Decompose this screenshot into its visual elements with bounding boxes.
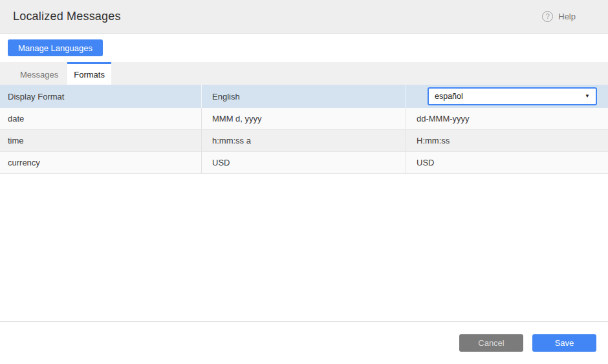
table-row: time h:mm:ss a H:mm:ss <box>0 130 608 152</box>
chevron-down-icon: ▼ <box>585 94 590 99</box>
footer-action-bar: Cancel Save <box>0 321 608 352</box>
localized-format-cell: H:mm:ss <box>406 130 608 151</box>
format-name-cell: currency <box>0 152 201 173</box>
column-header-display-format: Display Format <box>0 85 201 108</box>
manage-languages-button[interactable]: Manage Languages <box>8 39 103 56</box>
tab-messages[interactable]: Messages <box>11 62 67 85</box>
format-name-cell: date <box>0 108 201 129</box>
column-header-language: español ▼ <box>406 85 608 108</box>
help-link[interactable]: ? Help <box>542 11 576 22</box>
help-label: Help <box>558 12 576 21</box>
english-format-cell: h:mm:ss a <box>201 130 406 151</box>
table-row: currency USD USD <box>0 152 608 174</box>
table-header-row: Display Format English español ▼ <box>0 85 608 108</box>
save-button[interactable]: Save <box>532 334 596 352</box>
column-header-english: English <box>201 85 406 108</box>
format-name-cell: time <box>0 130 201 151</box>
tab-bar: Messages Formats <box>0 62 608 85</box>
help-icon[interactable]: ? <box>542 11 553 22</box>
page-title: Localized Messages <box>13 10 121 23</box>
formats-table: Display Format English español ▼ date MM… <box>0 85 608 174</box>
tab-formats[interactable]: Formats <box>67 62 111 85</box>
toolbar: Manage Languages <box>0 34 608 62</box>
cancel-button[interactable]: Cancel <box>459 334 523 352</box>
english-format-cell: MMM d, yyyy <box>201 108 406 129</box>
localized-format-cell: USD <box>406 152 608 173</box>
table-row: date MMM d, yyyy dd-MMM-yyyy <box>0 108 608 130</box>
language-select-value: español <box>435 92 463 101</box>
localized-format-cell: dd-MMM-yyyy <box>406 108 608 129</box>
page-header: Localized Messages ? Help <box>0 0 608 34</box>
language-select[interactable]: español ▼ <box>428 87 597 105</box>
english-format-cell: USD <box>201 152 406 173</box>
